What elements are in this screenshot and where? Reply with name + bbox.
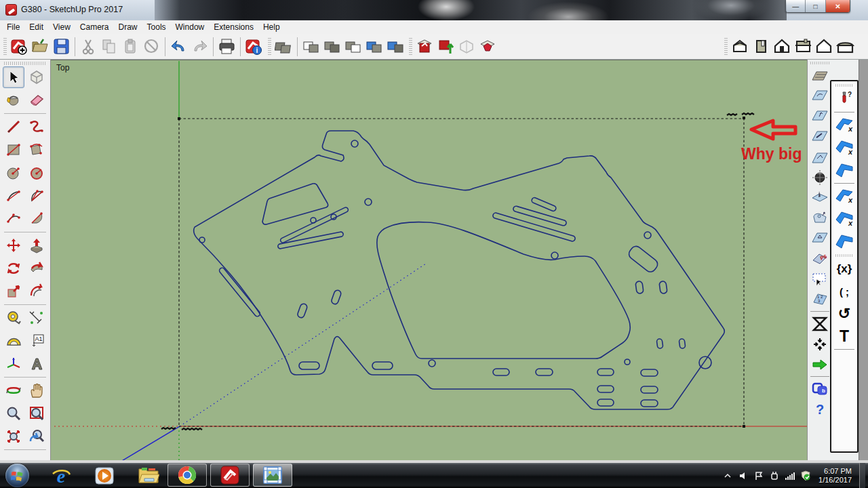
globe-tool[interactable] <box>808 167 831 187</box>
menu-edit[interactable]: Edit <box>24 21 48 33</box>
knife-box-tool[interactable] <box>808 188 831 207</box>
zoom-extents-tool[interactable] <box>3 426 24 447</box>
subtract-button[interactable] <box>342 36 363 57</box>
taskbar-media-player[interactable] <box>93 465 116 486</box>
eraser-tool[interactable] <box>26 89 47 111</box>
copy-button[interactable] <box>99 36 120 57</box>
save-button[interactable] <box>51 36 72 57</box>
menu-help[interactable]: Help <box>258 21 285 33</box>
zoom-previous-tool[interactable] <box>26 426 47 447</box>
menu-tools[interactable]: Tools <box>142 21 171 33</box>
split-button[interactable] <box>384 36 406 57</box>
title-bar[interactable]: G380 - SketchUp Pro 2017 — □ ✕ <box>0 0 868 20</box>
start-button[interactable] <box>5 464 29 487</box>
tape-measure-tool[interactable] <box>3 307 24 329</box>
taskbar-photo-viewer[interactable] <box>253 464 292 487</box>
cut-button[interactable] <box>78 36 99 57</box>
orbit-tool[interactable] <box>3 380 24 401</box>
new-button[interactable] <box>9 36 30 57</box>
taskbar-sketchup[interactable] <box>210 464 250 487</box>
pie-tool[interactable] <box>26 185 47 207</box>
warehouse-button[interactable] <box>414 36 435 57</box>
paint-bucket-tool[interactable] <box>3 89 24 111</box>
share-model-button[interactable] <box>435 36 456 57</box>
taskbar-chrome[interactable] <box>167 464 207 487</box>
intersect-button[interactable] <box>300 36 321 57</box>
front-view-button[interactable] <box>772 36 793 57</box>
rotate-tool[interactable] <box>3 258 24 279</box>
outer-shell-button[interactable] <box>273 36 294 57</box>
follow-me-tool[interactable] <box>26 258 47 279</box>
iso-view-button[interactable] <box>730 36 751 57</box>
zoom-window-tool[interactable] <box>26 403 47 424</box>
fold-x-2-tool[interactable]: x <box>832 138 856 158</box>
circle-2-tool[interactable] <box>26 162 47 184</box>
open-button[interactable] <box>30 36 51 57</box>
pb-tool[interactable]: b <box>808 379 831 399</box>
sandbox-stamp-tool[interactable] <box>808 106 831 126</box>
sandbox-smoove-tool[interactable] <box>808 86 831 106</box>
text-t-tool[interactable]: T <box>832 326 856 346</box>
offset-tool[interactable] <box>26 281 47 302</box>
print-button[interactable] <box>216 36 237 57</box>
circle-tool[interactable] <box>3 162 24 184</box>
rectangle-tool[interactable] <box>3 139 24 161</box>
rotate-ccw-tool[interactable]: ↺ <box>832 304 856 324</box>
move-tool[interactable] <box>3 235 24 256</box>
arc-2-tool[interactable] <box>3 208 24 230</box>
share-component-button[interactable] <box>456 36 477 57</box>
floating-toolbar[interactable]: ? x x x x {x} ( ; ↺ T <box>830 80 859 453</box>
trim-button[interactable] <box>363 36 384 57</box>
scale-tool[interactable] <box>3 281 24 302</box>
axes-tool[interactable] <box>3 353 24 375</box>
network-icon[interactable] <box>785 470 795 481</box>
close-button[interactable]: ✕ <box>826 0 850 12</box>
fold-x-1-tool[interactable]: x <box>832 115 856 136</box>
text-tool[interactable]: A1 <box>26 330 47 352</box>
pie-2-tool[interactable] <box>26 208 47 230</box>
volume-icon[interactable] <box>738 470 749 481</box>
sandbox-add-detail-tool[interactable] <box>808 147 831 167</box>
sink-stamp-tool[interactable] <box>808 228 831 248</box>
redo-button[interactable] <box>189 36 210 57</box>
extension-warehouse-button[interactable] <box>477 36 498 57</box>
help-tool[interactable]: ? <box>808 399 831 419</box>
green-arrow-tool[interactable] <box>808 354 831 374</box>
tray-clock[interactable]: 6:07 PM 1/16/2017 <box>818 467 852 485</box>
menu-camera[interactable]: Camera <box>75 21 114 33</box>
undo-button[interactable] <box>168 36 189 57</box>
right-view-button[interactable] <box>814 36 835 57</box>
action-center-icon[interactable] <box>753 470 764 481</box>
freehand-tool[interactable] <box>26 116 47 138</box>
converge-arrows-tool[interactable] <box>808 334 831 354</box>
menu-view[interactable]: View <box>48 21 75 33</box>
show-desktop-button[interactable] <box>859 463 865 488</box>
taskbar-explorer-folder[interactable] <box>137 465 160 486</box>
top-view-button[interactable] <box>793 36 814 57</box>
model-info-button[interactable]: i <box>243 36 264 57</box>
zoom-tool[interactable] <box>3 403 24 424</box>
menu-draw[interactable]: Draw <box>114 21 142 33</box>
back-view-button[interactable] <box>751 36 772 57</box>
show-hidden-icons[interactable] <box>722 470 733 481</box>
delete-x-tool[interactable] <box>808 314 831 333</box>
menu-window[interactable]: Window <box>171 21 210 33</box>
brackets-x-tool[interactable]: {x} <box>832 259 856 279</box>
line-tool[interactable] <box>3 116 24 138</box>
sandbox-drape-tool[interactable] <box>808 127 831 146</box>
fold-x-3-tool[interactable]: x <box>832 186 856 207</box>
bag-tool[interactable] <box>808 208 831 228</box>
arc-tool[interactable] <box>3 185 24 207</box>
paren-semicolon-tool[interactable]: ( ; <box>832 281 856 302</box>
union-button[interactable] <box>321 36 342 57</box>
left-view-button[interactable] <box>835 36 856 57</box>
menu-extensions[interactable]: Extensions <box>209 21 258 33</box>
screwdriver-help-tool[interactable]: ? <box>832 89 856 109</box>
p6-eraser-tool[interactable]: P6 <box>808 249 831 268</box>
taskbar-internet-explorer[interactable]: e <box>50 465 73 486</box>
pan-tool[interactable] <box>26 380 47 401</box>
protractor-tool[interactable] <box>3 330 24 352</box>
drawing-canvas[interactable]: Top <box>51 60 807 462</box>
dimension-tool[interactable] <box>26 307 47 329</box>
power-icon[interactable] <box>769 470 780 481</box>
